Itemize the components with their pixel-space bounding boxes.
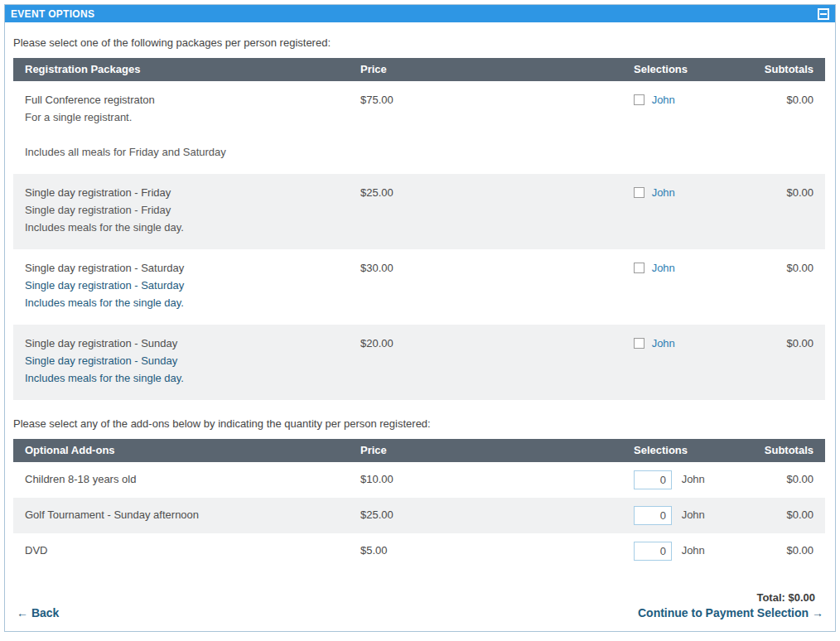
panel-header: EVENT OPTIONS (5, 5, 835, 22)
package-description: Includes all meals for Friday and Saturd… (25, 143, 349, 161)
back-arrow-icon: ← (17, 606, 28, 619)
attendee-label: John (682, 473, 705, 485)
package-description: Single day registration - Friday (25, 201, 349, 219)
addon-subtotal: $0.00 (746, 506, 825, 525)
attendee-checkbox[interactable] (634, 94, 644, 105)
addon-name: DVD (13, 542, 349, 561)
package-price: $75.00 (349, 91, 622, 161)
quantity-input[interactable] (634, 542, 672, 561)
addon-subtotal: $0.00 (746, 470, 825, 489)
package-description: Includes meals for the single day. (25, 369, 349, 387)
package-price: $20.00 (349, 335, 622, 387)
table-row: Full Conference registraton For a single… (13, 81, 825, 174)
event-options-panel: EVENT OPTIONS Please select one of the f… (4, 4, 836, 632)
package-description: Includes meals for the single day. (25, 219, 349, 236)
registration-packages-table: Registration Packages Price Selections S… (13, 58, 825, 400)
package-description: Single day registration - Sunday (25, 352, 349, 369)
continue-label: Continue to Payment Selection (638, 606, 809, 619)
attendee-checkbox[interactable] (634, 338, 644, 349)
navigation-bar: ← Back Continue to Payment Selection → (13, 606, 827, 623)
package-description: Single day registration - Saturday (25, 277, 349, 294)
attendee-selection: John (634, 94, 675, 106)
addon-name: Golf Tournament - Sunday afternoon (13, 506, 349, 525)
packages-table-header: Registration Packages Price Selections S… (13, 58, 825, 81)
table-row: Single day registration - Saturday Singl… (13, 249, 825, 325)
column-header-packages: Registration Packages (13, 58, 349, 81)
attendee-checkbox[interactable] (634, 187, 644, 198)
package-price: $25.00 (349, 184, 622, 236)
attendee-checkbox[interactable] (634, 263, 644, 273)
attendee-label: John (652, 94, 675, 106)
continue-to-payment-link[interactable]: Continue to Payment Selection → (638, 606, 823, 619)
forward-arrow-icon: → (812, 606, 823, 619)
package-description (25, 126, 349, 143)
back-label: Back (31, 606, 59, 619)
attendee-selection: John (634, 186, 675, 199)
addon-subtotal: $0.00 (746, 542, 825, 561)
quantity-input[interactable] (634, 470, 672, 489)
addon-price: $25.00 (349, 506, 622, 525)
attendee-label: John (682, 544, 705, 557)
addons-intro-text: Please select any of the add-ons below b… (13, 416, 827, 432)
panel-title: EVENT OPTIONS (11, 8, 94, 20)
table-row: DVD $5.00 John $0.00 (13, 533, 825, 569)
addon-name: Children 8-18 years old (13, 470, 349, 489)
attendee-label: John (652, 337, 675, 349)
package-name: Full Conference registraton (25, 91, 349, 108)
package-name: Single day registration - Sunday (25, 335, 349, 352)
table-row: Golf Tournament - Sunday afternoon $25.0… (13, 498, 825, 533)
addon-price: $5.00 (349, 542, 622, 561)
back-link[interactable]: ← Back (17, 606, 59, 619)
package-price: $30.00 (349, 259, 622, 311)
optional-addons-table: Optional Add-ons Price Selections Subtot… (13, 439, 825, 582)
package-subtotal: $0.00 (746, 335, 825, 387)
collapse-panel-button[interactable] (818, 8, 829, 20)
attendee-label: John (682, 508, 705, 521)
minus-icon (820, 13, 827, 15)
table-row: Single day registration - Friday Single … (13, 174, 825, 249)
total-amount: Total: $0.00 (13, 589, 827, 606)
table-row: Children 8-18 years old $10.00 John $0.0… (13, 462, 825, 498)
column-header-price: Price (349, 439, 622, 462)
panel-content: Please select one of the following packa… (5, 22, 835, 631)
column-header-selections: Selections (622, 58, 746, 81)
attendee-selection: John (634, 337, 675, 349)
package-description: For a single registrant. (25, 108, 349, 126)
attendee-label: John (652, 262, 675, 274)
column-header-subtotals: Subtotals (746, 58, 825, 81)
column-header-addons: Optional Add-ons (13, 439, 349, 462)
package-subtotal: $0.00 (746, 259, 825, 311)
column-header-subtotals: Subtotals (746, 439, 825, 462)
package-description: Includes meals for the single day. (25, 294, 349, 311)
package-subtotal: $0.00 (746, 184, 825, 236)
column-header-price: Price (349, 58, 622, 81)
packages-intro-text: Please select one of the following packa… (13, 35, 827, 51)
package-name: Single day registration - Saturday (25, 259, 349, 277)
addons-table-header: Optional Add-ons Price Selections Subtot… (13, 439, 825, 462)
addon-price: $10.00 (349, 470, 622, 489)
attendee-label: John (652, 186, 675, 199)
package-subtotal: $0.00 (746, 91, 825, 161)
package-name: Single day registration - Friday (25, 184, 349, 201)
attendee-selection: John (634, 262, 675, 274)
column-header-selections: Selections (622, 439, 746, 462)
quantity-input[interactable] (634, 506, 672, 525)
table-row: Single day registration - Sunday Single … (13, 325, 825, 400)
